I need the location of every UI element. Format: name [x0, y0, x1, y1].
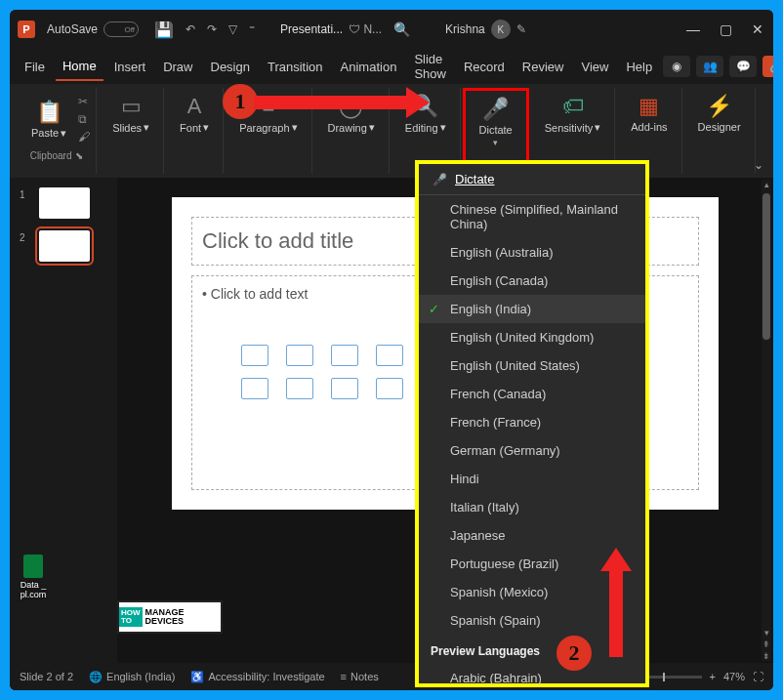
- language-option[interactable]: English (Australia): [419, 238, 645, 267]
- language-option[interactable]: English (Canada): [419, 267, 645, 295]
- accessibility-indicator[interactable]: ♿ Accessibility: Investigate: [190, 671, 324, 683]
- annotation-arrow-2: [609, 569, 623, 657]
- vertical-scrollbar[interactable]: ▴ ▾ ⇞ ⇟: [762, 180, 771, 661]
- tab-draw[interactable]: Draw: [156, 54, 199, 80]
- insert-picture-icon[interactable]: [286, 345, 313, 366]
- language-option[interactable]: English (India): [419, 295, 645, 323]
- dictate-button[interactable]: 🎤Dictate▾: [472, 93, 520, 151]
- autosave-toggle[interactable]: AutoSave Off: [47, 21, 139, 37]
- sensitivity-button[interactable]: 🏷Sensitivity ▾: [537, 90, 609, 138]
- chevron-down-icon: ▾: [493, 138, 498, 147]
- language-option[interactable]: English (United Kingdom): [419, 323, 645, 351]
- user-name: Krishna: [445, 22, 485, 36]
- language-option[interactable]: French (Canada): [419, 380, 645, 408]
- insert-cameo-icon[interactable]: [331, 378, 358, 399]
- insert-chart-icon[interactable]: [376, 378, 403, 399]
- cut-icon[interactable]: ✂: [78, 95, 90, 108]
- sensitivity-icon: 🏷: [562, 94, 584, 119]
- group-clipboard: 📋 Paste ▾ ✂ ⧉ 🖌 Clipboard ⬊: [18, 88, 97, 174]
- slide-icon: ▭: [121, 94, 142, 119]
- prev-slide-icon: ⇞: [762, 639, 771, 649]
- annotation-marker-1: 1: [223, 84, 258, 119]
- language-option[interactable]: Arabic (Egypt): [419, 692, 645, 700]
- tab-insert[interactable]: Insert: [107, 54, 153, 80]
- desktop-icons: Data _ pl.com: [14, 555, 53, 607]
- pen-icon[interactable]: ✎: [516, 22, 526, 36]
- share-button[interactable]: 🔗: [762, 56, 773, 77]
- zoom-in-icon[interactable]: +: [710, 671, 716, 682]
- tab-design[interactable]: Design: [204, 54, 257, 80]
- microphone-icon: 🎤: [482, 97, 509, 122]
- language-option[interactable]: French (France): [419, 408, 645, 436]
- dialog-launcher-icon[interactable]: ⬊: [75, 150, 83, 161]
- zoom-level[interactable]: 47%: [723, 671, 745, 682]
- format-painter-icon[interactable]: 🖌: [78, 130, 90, 144]
- zoom-slider[interactable]: [643, 676, 702, 679]
- insert-icon-icon[interactable]: [331, 345, 358, 366]
- from-beginning-icon[interactable]: ▽: [228, 22, 237, 36]
- scroll-handle[interactable]: [762, 193, 770, 340]
- notes-button[interactable]: ≡ Notes: [341, 671, 379, 682]
- maximize-icon[interactable]: ▢: [720, 21, 732, 37]
- language-indicator[interactable]: 🌐 English (India): [89, 671, 175, 683]
- tab-animation[interactable]: Animation: [334, 54, 404, 80]
- clipboard-label: Clipboard: [30, 150, 72, 161]
- tab-home[interactable]: Home: [56, 53, 103, 81]
- close-icon[interactable]: ✕: [752, 21, 763, 37]
- app-icon: P: [18, 21, 35, 38]
- save-icon[interactable]: 💾: [154, 21, 174, 39]
- language-option[interactable]: Arabic (Bahrain): [419, 664, 645, 692]
- search-icon[interactable]: 🔍: [393, 21, 410, 37]
- insert-3d-icon[interactable]: [241, 378, 268, 399]
- addins-button[interactable]: ▦Add-ins: [623, 90, 675, 137]
- language-option[interactable]: Japanese: [419, 521, 645, 550]
- tab-slideshow[interactable]: Slide Show: [407, 46, 453, 87]
- teams-button[interactable]: 👥: [696, 56, 723, 77]
- tab-review[interactable]: Review: [515, 54, 571, 80]
- minimize-icon[interactable]: —: [686, 21, 700, 37]
- customize-qat-icon[interactable]: ⁼: [249, 22, 255, 36]
- tab-view[interactable]: View: [574, 54, 615, 80]
- document-title[interactable]: Presentati...: [280, 22, 343, 36]
- undo-icon[interactable]: ↶: [185, 22, 195, 36]
- font-button[interactable]: AFont ▾: [172, 90, 217, 138]
- language-option[interactable]: Italian (Italy): [419, 493, 645, 521]
- group-slides: ▭Slides ▾: [99, 88, 164, 174]
- tab-record[interactable]: Record: [457, 54, 512, 80]
- copy-icon[interactable]: ⧉: [78, 112, 90, 126]
- toggle-switch[interactable]: Off: [103, 21, 139, 37]
- redo-icon[interactable]: ↷: [207, 22, 217, 36]
- insert-video-icon[interactable]: [286, 378, 313, 399]
- designer-button[interactable]: ⚡Designer: [690, 90, 749, 137]
- scroll-up-icon: ▴: [762, 180, 771, 189]
- insert-smartart-icon[interactable]: [376, 345, 403, 366]
- slides-button[interactable]: ▭Slides ▾: [104, 90, 157, 138]
- slide-thumbnail-2[interactable]: [39, 230, 90, 262]
- annotation-marker-2: 2: [556, 636, 592, 671]
- camera-button[interactable]: ◉: [663, 56, 690, 77]
- collapse-ribbon-icon[interactable]: ⌄: [754, 158, 763, 172]
- slide-thumbnail-1[interactable]: [39, 187, 90, 219]
- language-option[interactable]: Chinese (Simplified, Mainland China): [419, 195, 645, 238]
- autosave-label: AutoSave: [47, 22, 98, 36]
- group-designer: ⚡Designer: [684, 88, 756, 174]
- dropdown-header[interactable]: 🎤 Dictate: [419, 164, 645, 195]
- comments-button[interactable]: 💬: [729, 56, 757, 77]
- fit-icon[interactable]: ⛶: [753, 671, 763, 682]
- language-option[interactable]: English (United States): [419, 351, 645, 380]
- tab-file[interactable]: File: [18, 54, 52, 80]
- dictate-header-label: Dictate: [455, 172, 494, 186]
- clipboard-icon: 📋: [36, 100, 62, 125]
- language-option[interactable]: Hindi: [419, 465, 645, 493]
- paste-button[interactable]: 📋 Paste ▾: [23, 96, 74, 144]
- slide-indicator[interactable]: Slide 2 of 2: [20, 671, 73, 682]
- insert-table-icon[interactable]: [241, 345, 268, 366]
- language-option[interactable]: German (Germany): [419, 436, 645, 465]
- desktop-file-icon[interactable]: Data _ pl.com: [14, 555, 53, 599]
- tab-transition[interactable]: Transition: [261, 54, 330, 80]
- tab-help[interactable]: Help: [619, 54, 659, 80]
- status-bar: Slide 2 of 2 🌐 English (India) ♿ Accessi…: [10, 663, 773, 690]
- user-account[interactable]: Krishna K: [445, 20, 511, 39]
- shield-icon[interactable]: 🛡 N...: [349, 22, 382, 36]
- titlebar: P AutoSave Off 💾 ↶ ↷ ▽ ⁼ Presentati... 🛡…: [10, 10, 773, 49]
